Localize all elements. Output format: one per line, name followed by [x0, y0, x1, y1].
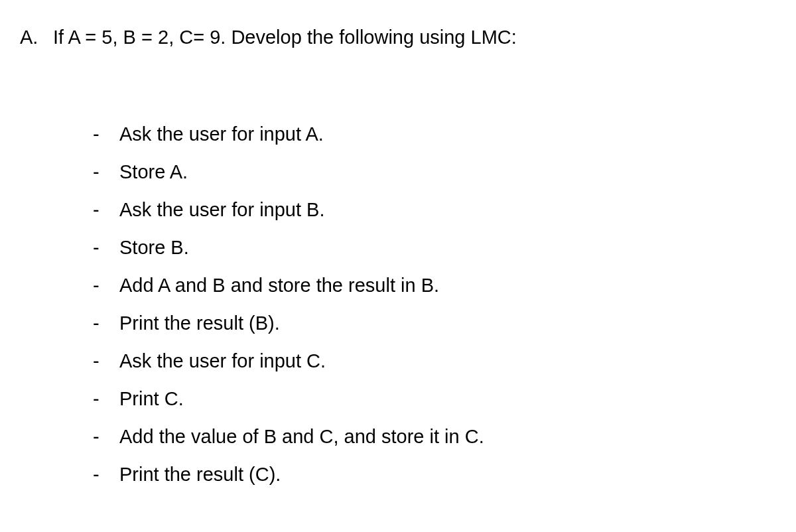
list-item-text: Add A and B and store the result in B. — [119, 276, 439, 295]
list-item-text: Ask the user for input B. — [119, 200, 324, 220]
list-item: - Store A. — [86, 163, 776, 182]
list-item-text: Ask the user for input A. — [119, 125, 324, 144]
bullet-icon: - — [86, 352, 119, 371]
list-item-text: Store B. — [119, 238, 189, 257]
list-item: - Print C. — [86, 389, 776, 409]
heading-text: If A = 5, B = 2, C= 9. Develop the follo… — [53, 27, 517, 48]
heading-marker: A. — [20, 27, 53, 48]
bullet-icon: - — [86, 276, 119, 295]
list-item: - Add the value of B and C, and store it… — [86, 427, 776, 446]
list-item: - Add A and B and store the result in B. — [86, 276, 776, 295]
bullet-icon: - — [86, 125, 119, 144]
heading: A. If A = 5, B = 2, C= 9. Develop the fo… — [20, 27, 776, 48]
list-item: - Print the result (C). — [86, 465, 776, 484]
list-item: - Ask the user for input B. — [86, 200, 776, 220]
list-item: - Ask the user for input C. — [86, 352, 776, 371]
list-item-text: Print the result (C). — [119, 465, 281, 484]
bullet-icon: - — [86, 427, 119, 446]
list-item-text: Store A. — [119, 163, 188, 182]
bullet-icon: - — [86, 238, 119, 257]
bullet-icon: - — [86, 389, 119, 409]
bullet-icon: - — [86, 314, 119, 333]
list-item-text: Ask the user for input C. — [119, 352, 326, 371]
bullet-icon: - — [86, 465, 119, 484]
bullet-icon: - — [86, 163, 119, 182]
list-item: - Print the result (B). — [86, 314, 776, 333]
list-item-text: Print C. — [119, 389, 184, 409]
list-item-text: Print the result (B). — [119, 314, 280, 333]
bullet-icon: - — [86, 200, 119, 220]
bullet-list: - Ask the user for input A. - Store A. -… — [20, 125, 776, 484]
list-item-text: Add the value of B and C, and store it i… — [119, 427, 484, 446]
list-item: - Ask the user for input A. — [86, 125, 776, 144]
list-item: - Store B. — [86, 238, 776, 257]
